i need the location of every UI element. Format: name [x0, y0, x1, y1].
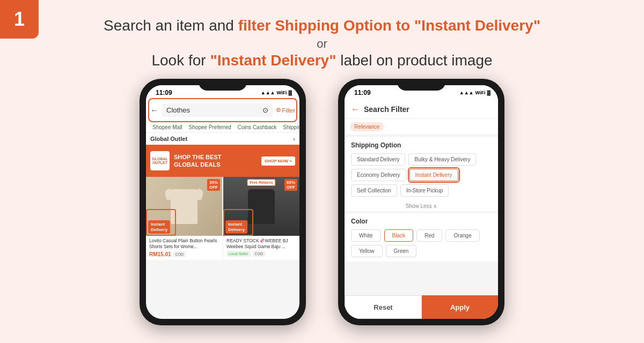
search-input[interactable]: Clothes ⊙	[162, 103, 273, 117]
header-highlight: filter Shipping Option to "Instant Deliv…	[238, 17, 540, 34]
color-options: White Black Red Orange Yellow Green	[345, 227, 498, 262]
phone-2: 11:09 ▲▲▲ WiFi ▓ ← Search Filter Relevan…	[338, 79, 504, 325]
product-price-1: RM15.01	[149, 251, 171, 258]
phone-1-screen: 11:09 ▲▲▲ WiFi ▓ ← Clothes ⊙ ⚙ Filter	[146, 85, 299, 319]
status-icons-1: ▲▲▲ WiFi ▓	[261, 90, 292, 95]
header-or: or	[0, 37, 644, 51]
filter-bottom: Reset Apply	[345, 295, 498, 319]
tab-shipping[interactable]: Shipping O...	[280, 123, 299, 132]
option-bulky-delivery[interactable]: Bulky & Heavy Delivery	[408, 153, 476, 166]
product-footer-2: Local Seller COD	[226, 251, 296, 257]
shirt-shape	[171, 189, 197, 224]
phone-2-screen: 11:09 ▲▲▲ WiFi ▓ ← Search Filter Relevan…	[345, 85, 498, 319]
filter-tabs: Relevance	[345, 119, 498, 135]
color-section-title: Color	[345, 213, 498, 227]
wifi-icon-2: WiFi	[475, 90, 486, 95]
local-seller-badge: Local Seller	[226, 251, 251, 257]
show-less[interactable]: Show Less ∧	[345, 201, 498, 211]
time-2: 11:09	[354, 89, 371, 96]
product-info-2: READY STOCK🦑WEBEE BJ Weebee Squid Game B…	[223, 236, 299, 259]
product-card-2[interactable]: 85%OFF Free Returns InstantDelivery READ…	[223, 177, 299, 260]
instant-delivery-highlight	[408, 167, 460, 183]
filter-title: Search Filter	[364, 105, 409, 114]
header-line2-highlight: "Instant Delivery"	[210, 52, 336, 69]
promo-logo: GLOBALOUTLET	[150, 151, 170, 170]
filter-back-icon[interactable]: ←	[351, 105, 360, 114]
filter-header: ← Search Filter	[345, 100, 498, 119]
product-info-1: Lovito Casual Plain Button Pearls Shorts…	[146, 236, 222, 260]
hoodie-shape	[248, 189, 275, 224]
color-yellow[interactable]: Yellow	[351, 245, 383, 257]
step-number: 1	[14, 8, 25, 31]
header-line2: Look for "Instant Delivery" label on pro…	[0, 52, 644, 69]
back-icon-1[interactable]: ←	[150, 106, 159, 115]
color-white[interactable]: White	[351, 229, 381, 242]
tab-shopee-preferred[interactable]: Shopee Preferred	[186, 123, 235, 132]
product-image-1: 35%OFF InstantDelivery	[146, 177, 222, 236]
shipping-section: Shipping Option Standard Delivery Bulky …	[345, 137, 498, 211]
notch-1	[199, 79, 247, 91]
battery-icon-2: ▓	[487, 90, 491, 95]
tab-shopee-mall[interactable]: Shopee Mall	[149, 123, 186, 132]
header-line2-end: label on product image	[336, 52, 492, 69]
wifi-icon: WiFi	[277, 90, 287, 95]
tab-coins-cashback[interactable]: Coins Cashback	[235, 123, 280, 132]
battery-icon: ▓	[288, 90, 292, 95]
color-section: Color White Black Red Orange Yellow Gree…	[345, 213, 498, 262]
header-plain-text: Search an item and	[104, 17, 238, 34]
signal-icon-2: ▲▲▲	[459, 90, 474, 95]
discount-badge-1: 35%OFF	[207, 179, 220, 191]
phone-1: 11:09 ▲▲▲ WiFi ▓ ← Clothes ⊙ ⚙ Filter	[140, 79, 306, 325]
products-row: 35%OFF InstantDelivery Lovito Casual Pla…	[146, 177, 299, 260]
free-returns-badge: Free Returns	[247, 179, 275, 186]
search-bar[interactable]: ← Clothes ⊙ ⚙ Filter	[146, 100, 299, 120]
apply-button[interactable]: Apply	[422, 295, 498, 319]
shipping-options: Standard Delivery Bulky & Heavy Delivery…	[345, 151, 498, 201]
instant-delivery-badge-2: InstantDelivery	[225, 220, 247, 234]
signal-icon: ▲▲▲	[261, 90, 275, 95]
promo-text: SHOP THE BESTGLOBAL DEALS	[174, 153, 221, 169]
product-image-2: 85%OFF Free Returns InstantDelivery	[223, 177, 299, 236]
option-self-collection[interactable]: Self Collection	[351, 184, 397, 197]
color-green[interactable]: Green	[386, 245, 417, 257]
product-title-1: Lovito Casual Plain Button Pearls Shorts…	[149, 238, 219, 250]
reset-button[interactable]: Reset	[345, 295, 422, 319]
phones-container: 11:09 ▲▲▲ WiFi ▓ ← Clothes ⊙ ⚙ Filter	[0, 79, 644, 325]
option-economy-delivery[interactable]: Economy Delivery	[351, 169, 406, 181]
product-card-1[interactable]: 35%OFF InstantDelivery Lovito Casual Pla…	[146, 177, 222, 260]
header-line1: Search an item and filter Shipping Optio…	[0, 15, 644, 36]
promo-banner[interactable]: GLOBALOUTLET SHOP THE BESTGLOBAL DEALS S…	[146, 145, 299, 177]
global-outlet-row[interactable]: Global Outlet ›	[146, 133, 299, 145]
global-outlet-label: Global Outlet	[150, 136, 187, 142]
filter-icon: ⚙	[276, 107, 281, 114]
option-instant-delivery[interactable]: Instant Delivery	[409, 169, 458, 181]
filter-tab-relevance[interactable]: Relevance	[350, 122, 384, 131]
cod-badge-1: COD	[173, 251, 186, 257]
filter-button[interactable]: ⚙ Filter	[276, 107, 295, 114]
option-standard-delivery[interactable]: Standard Delivery	[351, 153, 405, 166]
color-black[interactable]: Black	[384, 229, 413, 242]
product-title-2: READY STOCK🦑WEBEE BJ Weebee Squid Game B…	[226, 238, 296, 250]
search-value: Clothes	[166, 106, 190, 114]
shipping-section-title: Shipping Option	[345, 137, 498, 151]
notch-2	[397, 79, 445, 91]
status-icons-2: ▲▲▲ WiFi ▓	[459, 90, 491, 95]
color-red[interactable]: Red	[416, 229, 442, 242]
option-instore-pickup[interactable]: In-Store Pickup	[400, 184, 449, 197]
product-footer-1: RM15.01 COD	[149, 251, 219, 258]
time-1: 11:09	[156, 89, 172, 96]
promo-logo-text: GLOBALOUTLET	[152, 157, 168, 165]
color-orange[interactable]: Orange	[445, 229, 479, 242]
camera-icon[interactable]: ⊙	[262, 106, 268, 114]
step-badge: 1	[0, 0, 39, 39]
header-area: Search an item and filter Shipping Optio…	[0, 0, 644, 69]
shop-now-button[interactable]: SHOP NOW >	[261, 156, 295, 166]
chevron-right-icon: ›	[293, 136, 295, 142]
filter-label: Filter	[282, 107, 295, 114]
cod-badge-2: COD	[253, 251, 266, 257]
header-line2-plain: Look for	[151, 52, 210, 69]
discount-badge-2: 85%OFF	[284, 179, 297, 191]
tabs-row: Shopee Mall Shopee Preferred Coins Cashb…	[146, 120, 299, 133]
instant-delivery-badge-1: InstantDelivery	[148, 220, 170, 234]
